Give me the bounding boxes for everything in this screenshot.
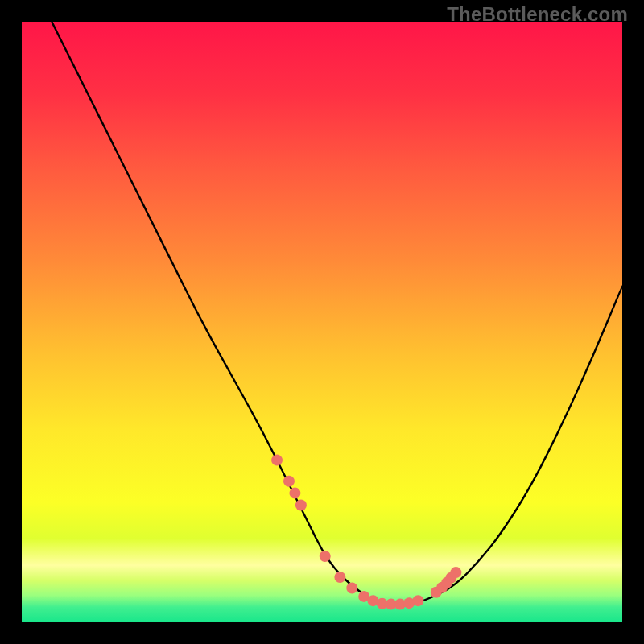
plot-area xyxy=(22,22,622,622)
watermark-text: TheBottleneck.com xyxy=(447,3,628,26)
highlight-dot xyxy=(320,551,331,562)
highlight-dot xyxy=(334,572,345,583)
highlight-dot xyxy=(283,476,295,487)
highlight-dot xyxy=(295,500,307,511)
highlight-dot xyxy=(346,582,357,593)
highlight-dot xyxy=(271,455,283,466)
chart-frame: TheBottleneck.com xyxy=(0,0,644,644)
curve-layer xyxy=(22,22,622,622)
bottleneck-curve xyxy=(52,22,622,605)
highlight-dot xyxy=(289,488,300,499)
highlight-dot xyxy=(450,567,461,578)
highlight-dots xyxy=(271,455,461,610)
highlight-dot xyxy=(412,595,423,606)
